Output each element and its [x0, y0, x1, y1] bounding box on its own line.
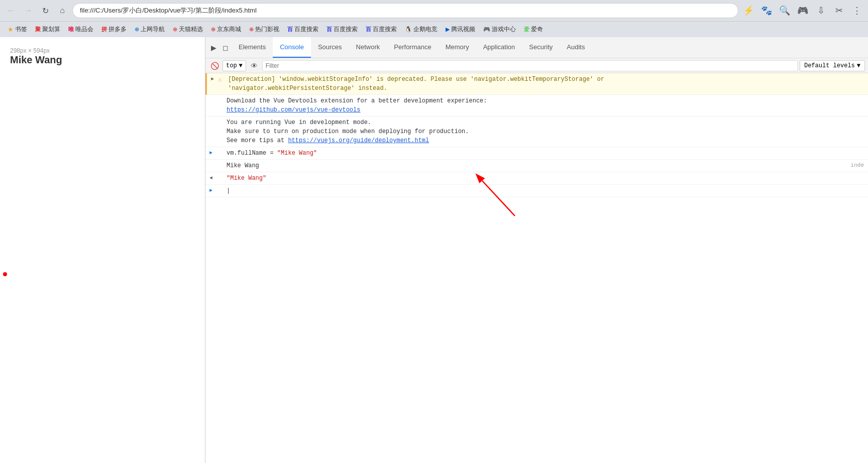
levels-arrow: ▼ [857, 62, 860, 69]
bookmark-label: 天猫精选 [179, 25, 203, 34]
tab-memory[interactable]: Memory [439, 37, 476, 58]
devtools-link[interactable]: https://github.com/vuejs/vue-devtools [227, 106, 360, 113]
devtools-dock-button[interactable]: ▶ [207, 42, 220, 54]
devtools-panel: ▶ ◻ Elements Console Sources Network Per… [205, 37, 868, 463]
nav-icon: ⊕ [135, 26, 139, 33]
tab-sources[interactable]: Sources [311, 37, 349, 58]
search-icon[interactable]: 🔍 [778, 4, 792, 18]
bookmark-game-center[interactable]: 🎮 游戏中心 [480, 24, 519, 35]
bookmark-pdd[interactable]: 拼 拼多多 [98, 24, 130, 35]
download-icon[interactable]: ⇩ [814, 4, 828, 18]
vpg-icon: 唯 [68, 26, 74, 33]
page-title: Mike Wang [10, 54, 195, 66]
game-icon[interactable]: 🎮 [796, 4, 810, 18]
bookmark-vpg[interactable]: 唯 唯品会 [65, 24, 97, 35]
command-text: vm.fullName = "Mike Wang" [227, 149, 864, 158]
result-arrow-left: ◄ [209, 174, 216, 183]
bookmarks-bar: ★ 书签 聚 聚划算 唯 唯品会 拼 拼多多 ⊕ 上网导航 ⊕ 天猫精选 ⊕ 京… [0, 21, 868, 37]
tab-elements[interactable]: Elements [232, 37, 273, 58]
bookmark-label: 书签 [15, 25, 27, 34]
levels-value: Default levels [804, 62, 855, 69]
console-line-result-text: Mike Wang inde [205, 160, 868, 172]
bookmark-label: 爱奇 [531, 25, 543, 34]
bookmark-baidu2[interactable]: 百 百度搜索 [323, 24, 361, 35]
forward-button[interactable]: → [21, 4, 35, 18]
baidu-icon2: 百 [327, 26, 332, 33]
iqiyi-icon: 爱 [524, 26, 529, 33]
expand-placeholder2 [209, 118, 216, 127]
console-cursor[interactable]: | [227, 186, 864, 195]
bookmark-label: 企鹅电竞 [413, 25, 438, 34]
clear-console-button[interactable]: 🚫 [208, 60, 221, 72]
bookmark-star[interactable]: ★ 书签 [4, 24, 31, 35]
console-input-line[interactable]: ► | [205, 185, 868, 197]
expand-placeholder [209, 96, 216, 105]
bookmark-label: 唯品会 [75, 25, 93, 34]
scissors-icon[interactable]: ✂ [832, 4, 846, 18]
bookmark-label: 上网导航 [141, 25, 165, 34]
command-arrow[interactable]: ► [209, 149, 216, 158]
home-button[interactable]: ⌂ [55, 4, 69, 18]
tab-application[interactable]: Application [476, 37, 522, 58]
address-text: file:///C:/Users/罗小白/Desktop/vue学习/第二阶段/… [80, 6, 257, 15]
tab-security[interactable]: Security [522, 37, 560, 58]
console-line-devmode: You are running Vue in development mode.… [205, 117, 868, 147]
result-right: inde [851, 161, 864, 170]
eye-button[interactable]: 👁 [248, 60, 260, 72]
bookmark-baidu1[interactable]: 百 百度搜索 [284, 24, 322, 35]
filter-input[interactable] [262, 60, 798, 71]
context-value: top [226, 62, 237, 69]
bookmark-tencent-video[interactable]: ▶ 腾讯视频 [442, 24, 479, 35]
bookmark-tmall[interactable]: ⊕ 天猫精选 [169, 24, 206, 35]
console-line-command: ► vm.fullName = "Mike Wang" [205, 147, 868, 160]
bookmark-jd[interactable]: ⊕ 京东商城 [207, 24, 245, 35]
tab-network[interactable]: Network [349, 37, 387, 58]
bookmark-label: 京东商城 [217, 25, 241, 34]
baidu-icon3: 百 [366, 26, 371, 33]
bookmark-label: 百度搜索 [294, 25, 318, 34]
tab-console[interactable]: Console [273, 37, 311, 58]
warning-icon: ⚠ [218, 75, 226, 85]
bookmark-label: 拼多多 [108, 25, 127, 34]
bookmark-label: 百度搜索 [334, 25, 358, 34]
penguin-icon: 🐧 [405, 26, 412, 33]
context-selector[interactable]: top ▼ [223, 60, 246, 71]
reload-button[interactable]: ↻ [38, 4, 52, 18]
bookmark-label: 热门影视 [255, 25, 279, 34]
devmode-text: You are running Vue in development mode.… [227, 118, 864, 145]
tab-performance[interactable]: Performance [387, 37, 438, 58]
paw-icon[interactable]: 🐾 [759, 4, 774, 18]
devtools-tabs: ▶ ◻ Elements Console Sources Network Per… [205, 37, 868, 58]
console-output: ► ⚠ [Deprecation] 'window.webkitStorageI… [205, 73, 868, 463]
star-icon: ★ [8, 26, 14, 33]
back-button[interactable]: ← [4, 4, 18, 18]
bookmark-penguin[interactable]: 🐧 企鹅电竞 [401, 24, 441, 35]
page-content: 298px × 594px Mike Wang [0, 37, 205, 463]
devtools-download-text: Download the Vue Devtools extension for … [227, 96, 864, 114]
menu-icon[interactable]: ⋮ [850, 4, 864, 18]
bookmark-label: 聚划算 [42, 25, 60, 34]
tencent-icon: ▶ [446, 26, 450, 33]
bookmark-baidu3[interactable]: 百 百度搜索 [362, 24, 400, 35]
address-bar[interactable]: file:///C:/Users/罗小白/Desktop/vue学习/第二阶段/… [72, 3, 738, 18]
expand-icon[interactable]: ► [211, 75, 218, 84]
dropdown-arrow: ▼ [239, 62, 243, 69]
no-expand [209, 161, 216, 170]
bookmark-jhs[interactable]: 聚 聚划算 [32, 24, 64, 35]
deployment-link[interactable]: https://vuejs.org/guide/deployment.html [288, 137, 429, 144]
tab-audits[interactable]: Audits [560, 37, 592, 58]
bookmark-label: 游戏中心 [492, 25, 516, 34]
levels-dropdown[interactable]: Default levels ▼ [800, 60, 865, 71]
console-toolbar: 🚫 top ▼ 👁 Default levels ▼ [205, 58, 868, 73]
devtools-block-button[interactable]: ◻ [220, 42, 232, 54]
console-line-devtools: Download the Vue Devtools extension for … [205, 95, 868, 117]
deprecation-text: [Deprecation] 'window.webkitStorageInfo'… [228, 75, 864, 93]
bookmark-iqiyi[interactable]: 爱 爱奇 [520, 24, 547, 35]
red-dot-indicator [3, 272, 7, 276]
bookmark-nav[interactable]: ⊕ 上网导航 [131, 24, 168, 35]
lightning-icon[interactable]: ⚡ [741, 4, 755, 18]
input-arrow: ► [209, 186, 216, 195]
result-string-text: "Mike Wang" [227, 174, 864, 183]
bookmark-movie[interactable]: ⊕ 热门影视 [246, 24, 283, 35]
bookmark-label: 百度搜索 [373, 25, 397, 34]
